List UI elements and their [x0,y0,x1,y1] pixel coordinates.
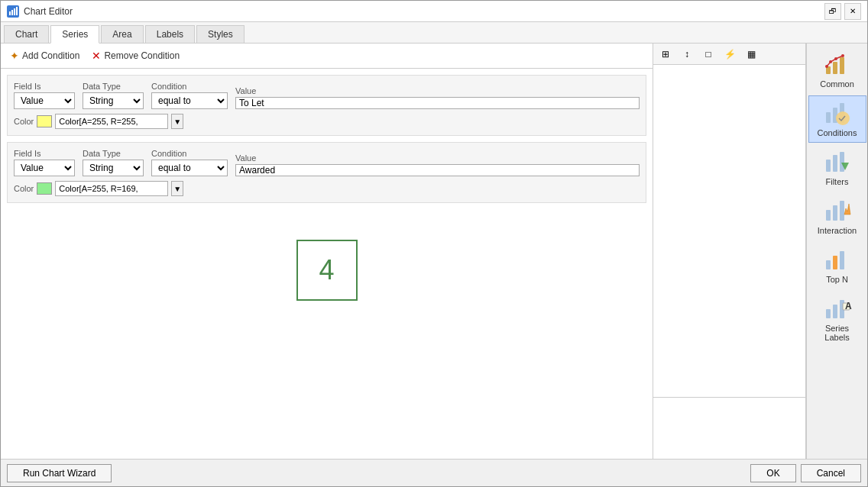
field-is-label-2: Field Is [14,149,75,158]
cancel-button[interactable]: Cancel [801,464,861,482]
panel-tool-view[interactable]: □ [699,46,717,63]
field-is-select-2[interactable]: Value [14,160,75,176]
sidebar-item-conditions[interactable]: Conditions [808,95,866,143]
sidebar-label-conditions: Conditions [818,128,857,137]
svg-rect-25 [826,309,831,318]
serieslabels-icon: A [822,296,853,322]
tab-styles[interactable]: Styles [196,25,245,43]
remove-condition-label: Remove Condition [104,50,180,61]
color-dropdown-2[interactable]: ▼ [171,181,183,196]
sidebar-item-filters[interactable]: Filters [808,144,866,192]
svg-point-9 [834,57,837,60]
close-button[interactable]: ✕ [844,3,861,20]
panel-toolbar: ⊞ ↕ □ ⚡ ▦ [653,44,805,65]
sidebar-item-serieslabels[interactable]: A Series Labels [808,291,866,347]
number-display-box: 4 [296,240,358,301]
ok-button[interactable]: OK [750,464,795,482]
content-area: ✦ Add Condition ✕ Remove Condition Field… [1,44,867,459]
remove-icon: ✕ [92,50,101,62]
sidebar-label-serieslabels: Series Labels [812,324,863,342]
color-label-2: Color [14,184,34,193]
svg-text:A: A [845,301,852,311]
svg-rect-16 [833,155,837,172]
svg-rect-22 [826,260,831,269]
window-title: Chart Editor [24,6,73,17]
main-panel: ✦ Add Condition ✕ Remove Condition Field… [1,44,653,459]
color-text-1[interactable] [55,114,168,129]
chart-editor-window: Chart Editor 🗗 ✕ Chart Series Area Label… [0,0,868,487]
sidebar: Common Conditions [806,44,867,459]
svg-rect-26 [833,305,837,318]
interaction-icon [822,198,853,224]
bottom-bar: Run Chart Wizard OK Cancel [1,459,867,486]
value-label-2: Value [235,153,640,163]
sidebar-item-interaction[interactable]: Interaction [808,193,866,240]
svg-rect-19 [826,210,831,221]
value-input-1[interactable] [235,97,640,109]
data-type-select-2[interactable]: String [83,160,144,176]
panel-tool-sort[interactable]: ↕ [678,46,696,63]
svg-rect-21 [840,201,844,221]
svg-point-7 [825,65,828,68]
condition-select-1[interactable]: equal to not equal to [151,92,228,109]
properties-lower-pane [653,398,805,459]
run-chart-wizard-button[interactable]: Run Chart Wizard [7,464,112,482]
tab-chart[interactable]: Chart [4,25,49,43]
data-type-label-2: Data Type [83,149,144,158]
panel-tool-flash[interactable]: ⚡ [721,46,739,63]
value-label-1: Value [235,86,640,95]
sidebar-label-filters: Filters [826,177,849,186]
field-is-select-1[interactable]: Value [14,92,75,109]
add-condition-label: Add Condition [22,50,79,61]
color-swatch-2[interactable] [37,182,52,195]
svg-rect-2 [14,8,15,15]
sidebar-item-topn[interactable]: Top N [808,242,866,289]
svg-rect-6 [840,57,844,74]
app-icon [7,5,19,18]
svg-rect-3 [16,7,18,15]
sidebar-label-topn: Top N [826,275,848,284]
color-label-1: Color [14,117,34,126]
color-text-2[interactable] [55,181,168,196]
data-type-label-1: Data Type [83,82,144,91]
tabs-bar: Chart Series Area Labels Styles [1,22,867,44]
restore-button[interactable]: 🗗 [824,3,841,20]
svg-rect-23 [833,256,837,269]
conditions-area: Field Is Value Data Type String [1,69,653,459]
add-icon: ✦ [10,50,19,62]
topn-icon [822,247,853,273]
toolbar-row: ✦ Add Condition ✕ Remove Condition [1,44,653,69]
condition-select-2[interactable]: equal to not equal to [151,160,228,176]
svg-rect-15 [826,160,831,172]
common-icon [822,52,853,78]
svg-point-10 [841,54,844,57]
sidebar-item-common[interactable]: Common [808,47,866,94]
svg-rect-11 [826,112,831,123]
svg-rect-5 [833,62,837,74]
sidebar-label-interaction: Interaction [818,226,857,235]
tab-labels[interactable]: Labels [145,25,195,43]
data-type-select-1[interactable]: String [83,92,144,109]
sidebar-label-common: Common [820,79,854,89]
panel-tool-grid[interactable]: ⊞ [656,46,675,63]
value-input-2[interactable] [235,164,640,176]
svg-rect-20 [833,205,837,221]
color-dropdown-1[interactable]: ▼ [171,114,183,129]
properties-upper-pane [653,65,805,398]
condition-label-2: Condition [151,149,228,158]
number-display-text: 4 [319,254,334,286]
tab-area[interactable]: Area [101,25,143,43]
condition-block-1: Field Is Value Data Type String [7,75,646,136]
remove-condition-button[interactable]: ✕ Remove Condition [89,48,183,63]
add-condition-button[interactable]: ✦ Add Condition [7,48,83,63]
svg-rect-1 [11,10,13,15]
tab-series[interactable]: Series [50,25,99,44]
window-controls: 🗗 ✕ [824,3,861,20]
title-bar: Chart Editor 🗗 ✕ [1,1,867,22]
right-panel: ⊞ ↕ □ ⚡ ▦ [653,44,806,459]
condition-block-2: Field Is Value Data Type String [7,142,646,203]
panel-tool-table[interactable]: ▦ [742,46,760,63]
color-swatch-1[interactable] [37,115,52,127]
svg-rect-0 [9,11,11,15]
condition-label-1: Condition [151,82,228,91]
